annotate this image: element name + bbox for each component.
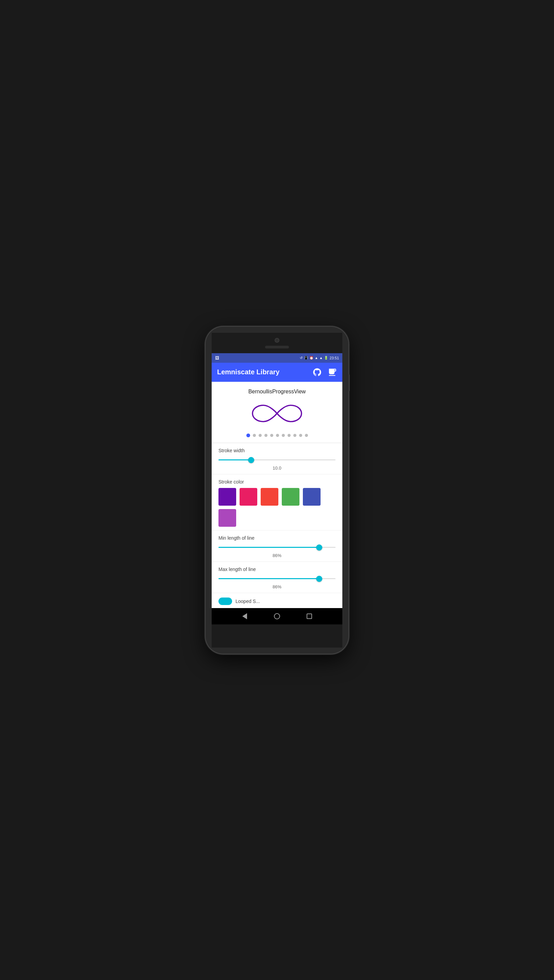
back-icon [242,613,247,619]
page-dot-10[interactable] [305,434,308,437]
content-area: BernoullisProgressView [212,382,342,608]
stroke-color-row: Stroke color [212,474,342,530]
color-swatch-blue[interactable] [303,488,320,506]
toggle-switch[interactable] [218,598,232,605]
stroke-width-label: Stroke width [218,448,336,453]
phone-screen: 🖼 ↺ 📳 ⏰ ▲ ▲ 🔋 23:51 Lemniscate Library [212,353,342,624]
animation-section: BernoullisProgressView [212,382,342,443]
phone-bottom-bezel [212,624,342,648]
stroke-width-slider[interactable] [218,457,336,463]
color-swatch-pink[interactable] [240,488,257,506]
recent-icon [307,614,312,619]
phone-top-bezel [212,333,342,353]
github-icon[interactable] [312,368,322,377]
phone-device: 🖼 ↺ 📳 ⏰ ▲ ▲ 🔋 23:51 Lemniscate Library [205,327,349,654]
battery-icon: 🔋 [324,356,328,360]
back-button[interactable] [240,611,250,621]
max-length-slider[interactable] [218,576,336,582]
page-dot-3[interactable] [264,434,267,437]
alarm-icon: ⏰ [309,356,314,360]
color-swatches [218,488,336,527]
earpiece-speaker [265,346,289,348]
max-length-label: Max length of line [218,566,336,572]
page-dot-9[interactable] [299,434,302,437]
color-swatch-green[interactable] [282,488,299,506]
page-dot-5[interactable] [276,434,279,437]
wifi-icon: ▲ [315,356,318,360]
slider-thumb[interactable] [248,457,254,463]
stroke-color-label: Stroke color [218,479,336,485]
min-length-label: Min length of line [218,535,336,541]
page-dot-8[interactable] [293,434,296,437]
status-right: ↺ 📳 ⏰ ▲ ▲ 🔋 23:51 [300,356,339,360]
page-dot-7[interactable] [288,434,291,437]
max-length-value: 86% [218,584,336,589]
color-swatch-violet[interactable] [218,509,236,527]
app-bar-actions [312,368,337,377]
min-length-value: 86% [218,553,336,558]
signal-icon: ▲ [320,356,323,360]
home-icon [274,613,280,619]
volume-button [349,374,350,391]
page-dot-6[interactable] [282,434,285,437]
rotate-icon: ↺ [300,356,302,360]
partial-row: Looped S... [212,593,342,608]
min-length-slider[interactable] [218,544,336,551]
min-length-row: Min length of line 86% [212,530,342,562]
controls-section: Stroke width 10.0 Stroke color [212,443,342,608]
partial-row-label: Looped S... [236,598,260,604]
slider-thumb-max[interactable] [316,576,322,582]
max-length-row: Max length of line 86% [212,562,342,593]
lemniscate-svg [250,401,304,425]
color-swatch-purple[interactable] [218,488,236,506]
present-icon[interactable] [327,368,337,377]
home-button[interactable] [272,611,282,621]
page-dot-2[interactable] [259,434,262,437]
page-dot-4[interactable] [270,434,273,437]
status-bar: 🖼 ↺ 📳 ⏰ ▲ ▲ 🔋 23:51 [212,353,342,363]
status-left: 🖼 [215,356,219,360]
view-title: BernoullisProgressView [248,388,306,395]
android-nav-bar [212,608,342,624]
stroke-width-value: 10.0 [218,466,336,471]
app-bar: Lemniscate Library [212,363,342,382]
page-dot-0[interactable] [247,434,250,437]
slider-fill-min [218,547,319,548]
slider-fill-max [218,578,319,579]
color-swatch-red-orange[interactable] [261,488,279,506]
vibrate-icon: 📳 [304,356,308,360]
page-indicators [247,434,308,437]
stroke-width-row: Stroke width 10.0 [212,443,342,474]
page-dot-1[interactable] [253,434,256,437]
front-camera [275,338,279,343]
slider-thumb-min[interactable] [316,544,322,550]
lemniscate-preview [250,401,304,425]
slider-fill [218,460,251,460]
wallpaper-icon: 🖼 [215,356,219,360]
time-display: 23:51 [330,356,339,360]
recent-button[interactable] [304,611,314,621]
app-title: Lemniscate Library [217,368,279,376]
